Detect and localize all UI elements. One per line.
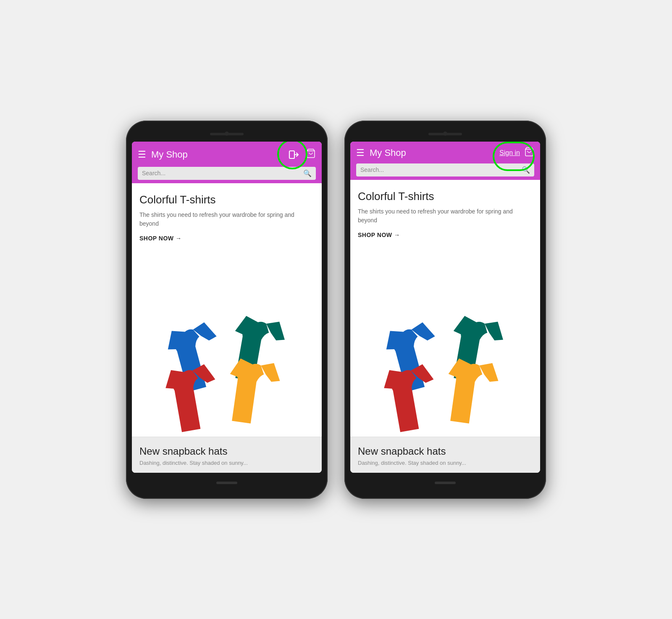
phone-screen-1: ☰ My Shop (132, 142, 322, 473)
search-icon-1[interactable]: 🔍 (303, 169, 312, 177)
phone-1: ☰ My Shop (126, 121, 328, 499)
phone-camera-1 (225, 132, 229, 136)
phone-bottom-bar-2 (350, 474, 540, 491)
login-icon-btn-1[interactable] (286, 147, 302, 163)
search-icon-2[interactable]: 🔍 (522, 166, 530, 174)
menu-icon-2[interactable]: ☰ (356, 148, 365, 158)
phone-camera-2 (443, 132, 447, 136)
phone-comparison: ☰ My Shop (126, 121, 546, 499)
svg-rect-0 (289, 151, 294, 158)
app-header-2: ☰ My Shop Sign in (350, 142, 540, 180)
shop-now-btn-2[interactable]: SHOP NOW → (358, 232, 533, 238)
sign-in-text-2[interactable]: Sign in (499, 149, 520, 157)
search-bar-1[interactable]: Search... 🔍 (138, 167, 316, 180)
phone-top-bar-1 (132, 128, 322, 140)
app-content-2: Colorful T-shirts The shirts you need to… (350, 180, 540, 473)
tshirt-image-area-2 (358, 247, 533, 437)
cart-icon-1[interactable] (306, 148, 316, 161)
app-header-top-2: ☰ My Shop Sign in (356, 147, 534, 159)
hero-section-2: Colorful T-shirts The shirts you need to… (350, 180, 540, 437)
cart-icon-2[interactable] (524, 147, 534, 159)
phone-bottom-bar-1 (132, 474, 322, 491)
tshirt-svg-1 (160, 315, 294, 437)
phone-screen-2: ☰ My Shop Sign in (350, 142, 540, 473)
hero-title-2: Colorful T-shirts (358, 190, 533, 203)
shop-now-btn-1[interactable]: SHOP NOW → (139, 235, 314, 242)
app-header-top-1: ☰ My Shop (138, 147, 316, 163)
app-header-1: ☰ My Shop (132, 142, 322, 183)
app-title-2: My Shop (370, 148, 499, 158)
hero-desc-2: The shirts you need to refresh your ward… (358, 207, 533, 225)
phone-2: ☰ My Shop Sign in (344, 121, 546, 499)
phone-top-bar-2 (350, 128, 540, 140)
next-section-title-2: New snapback hats (358, 445, 533, 457)
next-section-1: New snapback hats Dashing, distinctive. … (132, 437, 322, 473)
next-section-title-1: New snapback hats (139, 445, 314, 457)
phone-home-btn-1[interactable] (216, 482, 237, 484)
tshirt-image-area-1 (139, 250, 314, 437)
signin-icon-1 (288, 149, 299, 160)
header-actions-2: Sign in (499, 147, 534, 159)
hero-title-1: Colorful T-shirts (139, 193, 314, 206)
header-actions-1 (286, 147, 316, 163)
menu-icon-1[interactable]: ☰ (138, 150, 146, 159)
hero-section-1: Colorful T-shirts The shirts you need to… (132, 183, 322, 437)
next-section-desc-2: Dashing, distinctive. Stay shaded on sun… (358, 460, 533, 466)
search-placeholder-2: Search... (360, 166, 519, 173)
next-section-desc-1: Dashing, distinctive. Stay shaded on sun… (139, 460, 314, 466)
app-title-1: My Shop (151, 149, 286, 160)
app-content-1: Colorful T-shirts The shirts you need to… (132, 183, 322, 473)
search-bar-2[interactable]: Search... 🔍 (356, 163, 534, 176)
search-placeholder-1: Search... (142, 170, 301, 176)
next-section-2: New snapback hats Dashing, distinctive. … (350, 437, 540, 473)
phone-home-btn-2[interactable] (435, 482, 456, 484)
tshirt-svg-2 (378, 315, 512, 437)
hero-desc-1: The shirts you need to refresh your ward… (139, 211, 314, 228)
